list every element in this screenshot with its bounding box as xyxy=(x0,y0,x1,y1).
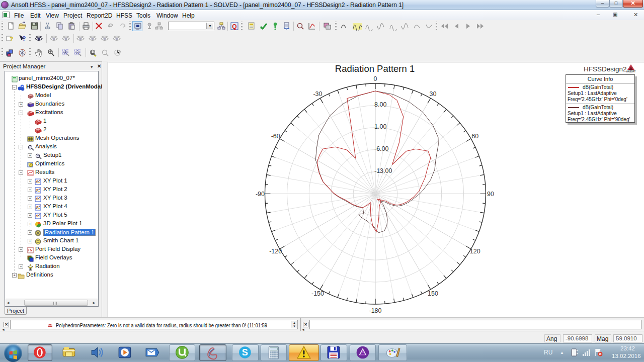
svg-text:150: 150 xyxy=(428,290,438,297)
svg-text:30: 30 xyxy=(430,90,437,98)
svg-text:90: 90 xyxy=(487,191,494,198)
svg-text:8.00: 8.00 xyxy=(374,101,386,108)
svg-text:-150: -150 xyxy=(311,290,324,297)
svg-text:120: 120 xyxy=(470,248,480,255)
svg-text:ANSOFT: ANSOFT xyxy=(626,70,636,73)
svg-text:-6.00: -6.00 xyxy=(374,145,389,152)
svg-text:-60: -60 xyxy=(271,133,280,140)
svg-text:-13.00: -13.00 xyxy=(374,167,392,174)
svg-text:60: 60 xyxy=(471,133,478,140)
svg-text:-120: -120 xyxy=(269,248,282,255)
svg-text:-30: -30 xyxy=(313,90,322,98)
svg-text:-90: -90 xyxy=(256,191,265,198)
svg-text:0: 0 xyxy=(374,75,377,82)
svg-text:1.00: 1.00 xyxy=(374,123,386,130)
svg-text:S: S xyxy=(242,347,248,357)
svg-text:-180: -180 xyxy=(369,307,381,314)
